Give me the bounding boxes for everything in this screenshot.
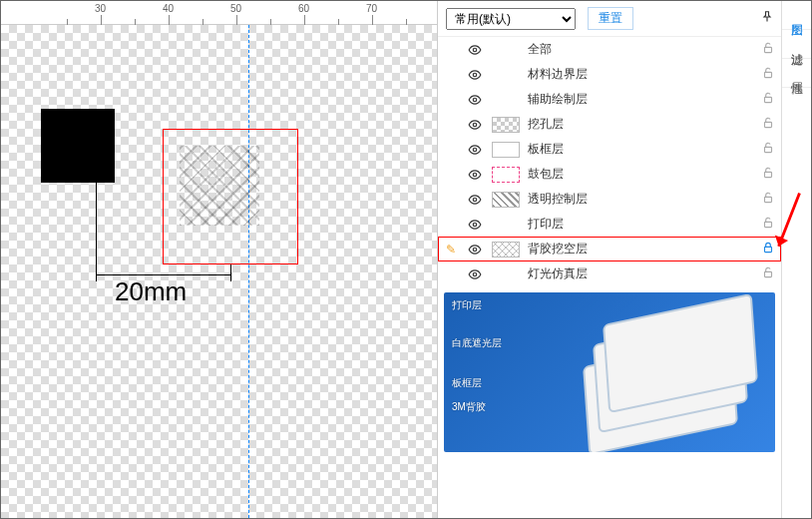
svg-point-4 — [473, 98, 477, 102]
svg-point-18 — [473, 272, 477, 276]
layer-name-label: 打印层 — [528, 216, 753, 233]
svg-rect-11 — [765, 172, 772, 177]
svg-rect-19 — [765, 271, 772, 276]
svg-point-10 — [473, 173, 477, 177]
preview-label: 打印层 — [452, 298, 482, 311]
layer-name-label: 板框层 — [528, 141, 753, 158]
layer-name-label: 材料边界层 — [528, 66, 753, 83]
app-root: 30 40 50 60 70 20mm — [0, 0, 812, 519]
layer-swatch — [492, 142, 520, 158]
lock-toggle[interactable] — [761, 166, 775, 183]
ruler-tick-label: 60 — [298, 3, 309, 14]
visibility-toggle[interactable] — [466, 243, 484, 257]
horizontal-ruler: 30 40 50 60 70 — [1, 1, 437, 25]
preview-label: 白底遮光层 — [452, 336, 502, 349]
lock-toggle[interactable] — [761, 191, 775, 208]
layer-row[interactable]: ✎背胶挖空层 — [438, 237, 781, 261]
layer-row[interactable]: 板框层 — [438, 137, 781, 162]
ruler-tick-label: 30 — [95, 3, 106, 14]
svg-rect-1 — [765, 47, 772, 52]
svg-rect-3 — [765, 72, 772, 77]
reset-button[interactable]: 重置 — [588, 7, 633, 30]
svg-point-12 — [473, 198, 477, 202]
ruler-tick-label: 70 — [366, 3, 377, 14]
ruler-tick-label: 50 — [230, 3, 241, 14]
visibility-toggle[interactable] — [466, 218, 484, 232]
layer-row[interactable]: 打印层 — [438, 212, 781, 237]
pencil-icon: ✎ — [444, 243, 458, 257]
canvas-pane: 30 40 50 60 70 20mm — [1, 1, 438, 518]
layer-swatch — [492, 192, 520, 208]
tab-filter[interactable]: 过滤 — [782, 30, 811, 59]
layer-row[interactable]: 材料边界层 — [438, 62, 781, 87]
svg-point-0 — [473, 48, 477, 52]
svg-rect-15 — [765, 222, 772, 227]
layer-name-label: 鼓包层 — [528, 166, 753, 183]
dimension-extension — [96, 183, 97, 276]
tab-properties[interactable]: 属性 — [782, 59, 811, 88]
visibility-toggle[interactable] — [466, 267, 484, 281]
layer-row[interactable]: 全部 — [438, 37, 781, 62]
layer-preview-image: 打印层 白底遮光层 板框层 3M背胶 — [444, 292, 775, 452]
layer-name-label: 透明控制层 — [528, 191, 753, 208]
panel-toolbar: 常用(默认) 重置 — [438, 1, 781, 37]
lock-toggle[interactable] — [761, 41, 775, 58]
layer-row[interactable]: 透明控制层 — [438, 187, 781, 212]
svg-rect-13 — [765, 197, 772, 202]
layer-row[interactable]: 鼓包层 — [438, 162, 781, 187]
svg-rect-17 — [765, 247, 772, 252]
layer-swatch — [492, 167, 520, 183]
dimension-label: 20mm — [113, 276, 189, 307]
hatch-fill-icon — [180, 146, 259, 226]
tab-layers[interactable]: 图层 — [782, 1, 811, 30]
right-pane: 常用(默认) 重置 全部材料边界层辅助绘制层挖孔层板框层鼓包层透明控制层打印层✎… — [438, 1, 811, 518]
layer-swatch — [492, 117, 520, 133]
lock-toggle[interactable] — [761, 241, 775, 258]
pin-icon — [761, 11, 773, 23]
layer-name-label: 灯光仿真层 — [528, 265, 753, 282]
layer-row[interactable]: 挖孔层 — [438, 112, 781, 137]
ruler-tick-label: 40 — [163, 3, 174, 14]
lock-toggle[interactable] — [761, 116, 775, 133]
black-square-object[interactable] — [41, 109, 115, 183]
lock-toggle[interactable] — [761, 66, 775, 83]
pin-button[interactable] — [761, 11, 773, 26]
layer-name-label: 挖孔层 — [528, 116, 753, 133]
visibility-toggle[interactable] — [466, 93, 484, 107]
layer-list: 全部材料边界层辅助绘制层挖孔层板框层鼓包层透明控制层打印层✎背胶挖空层灯光仿真层 — [438, 37, 781, 286]
preview-label: 3M背胶 — [452, 400, 486, 413]
layer-row[interactable]: 辅助绘制层 — [438, 87, 781, 112]
visibility-toggle[interactable] — [466, 168, 484, 182]
visibility-toggle[interactable] — [466, 193, 484, 207]
lock-toggle[interactable] — [761, 265, 775, 282]
canvas-stage[interactable]: 20mm — [1, 25, 437, 518]
side-tabs: 图层 过滤 属性 — [781, 1, 811, 518]
visibility-toggle[interactable] — [466, 43, 484, 57]
visibility-toggle[interactable] — [466, 68, 484, 82]
lock-toggle[interactable] — [761, 216, 775, 233]
layer-row[interactable]: 灯光仿真层 — [438, 261, 781, 286]
right-main: 常用(默认) 重置 全部材料边界层辅助绘制层挖孔层板框层鼓包层透明控制层打印层✎… — [438, 1, 781, 518]
svg-point-8 — [473, 148, 477, 152]
layer-name-label: 辅助绘制层 — [528, 91, 753, 108]
svg-rect-7 — [765, 122, 772, 127]
lock-toggle[interactable] — [761, 91, 775, 108]
layer-name-label: 背胶挖空层 — [528, 241, 753, 258]
svg-point-14 — [473, 223, 477, 227]
lock-toggle[interactable] — [761, 141, 775, 158]
svg-point-2 — [473, 73, 477, 77]
layer-swatch — [492, 242, 520, 258]
selection-rectangle[interactable] — [163, 129, 298, 264]
preview-label: 板框层 — [452, 376, 482, 389]
svg-point-16 — [473, 248, 477, 252]
dimension-line — [96, 274, 231, 275]
preset-select[interactable]: 常用(默认) — [446, 8, 576, 30]
svg-point-6 — [473, 123, 477, 127]
preview-stack-icon — [586, 308, 765, 438]
vertical-guide[interactable] — [248, 25, 249, 518]
visibility-toggle[interactable] — [466, 118, 484, 132]
visibility-toggle[interactable] — [466, 143, 484, 157]
layer-name-label: 全部 — [528, 41, 753, 58]
svg-rect-9 — [765, 147, 772, 152]
svg-rect-5 — [765, 97, 772, 102]
